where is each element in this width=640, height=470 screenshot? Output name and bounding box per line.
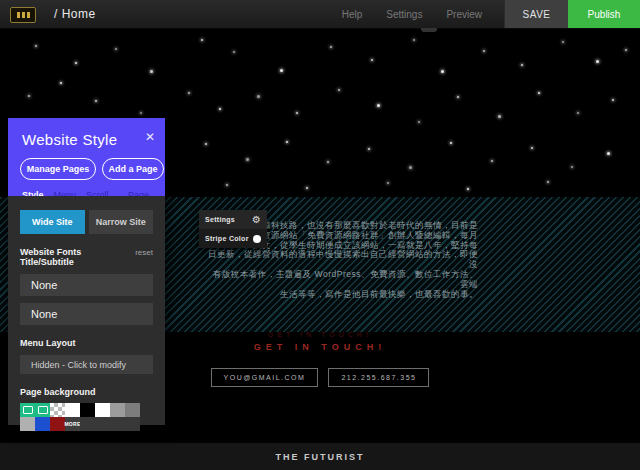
- background-swatch[interactable]: [35, 417, 50, 431]
- background-swatch[interactable]: [80, 417, 95, 431]
- title-font-select[interactable]: None: [20, 274, 153, 296]
- background-swatch[interactable]: [125, 417, 140, 431]
- gear-icon: ⚙: [252, 215, 261, 225]
- app-window: 認識科技路，也沒有那麼喜歡對於老時代的無情，目前是 資源網站「免費資源網路社群」…: [0, 0, 640, 470]
- narrow-site-button[interactable]: Narrow Site: [89, 210, 154, 234]
- paragraph-line: 日更新，從經營資料的過程中慢慢摸索出自己經營網站的方法，即便沒: [206, 250, 478, 270]
- background-swatch[interactable]: [20, 417, 35, 431]
- star-dot: [571, 166, 573, 168]
- website-style-panel: Website Style ✕ Manage Pages Add a Page …: [8, 118, 165, 425]
- topbar-handle[interactable]: [421, 28, 437, 32]
- add-page-button[interactable]: Add a Page: [102, 158, 164, 180]
- star-dot: [413, 39, 415, 41]
- context-menu-item-settings[interactable]: Settings ⚙: [199, 210, 267, 229]
- background-swatch[interactable]: [65, 403, 80, 417]
- star-dot: [306, 187, 308, 189]
- star-dot: [368, 148, 370, 150]
- star-dot: [205, 143, 207, 145]
- topbar: / Home Help Settings Preview SAVE Publis…: [0, 0, 640, 29]
- star-dot: [296, 112, 298, 114]
- page-background-swatches: MORE: [20, 403, 153, 431]
- background-swatch[interactable]: [35, 403, 50, 417]
- publish-button[interactable]: Publish: [568, 0, 640, 28]
- section-context-menu: Settings ⚙ Stripe Color: [199, 210, 267, 248]
- page-background-label: Page background: [20, 387, 96, 397]
- background-swatch[interactable]: [110, 417, 125, 431]
- star-dot: [188, 92, 190, 94]
- background-swatch[interactable]: [95, 417, 110, 431]
- star-dot: [538, 92, 540, 94]
- panel-title: Website Style: [8, 118, 165, 148]
- star-dot: [280, 69, 283, 72]
- help-menu-item[interactable]: Help: [342, 9, 363, 20]
- site-width-toggle: Wide Site Narrow Site: [20, 196, 153, 234]
- reset-link[interactable]: reset: [135, 248, 153, 257]
- star-dot: [521, 64, 523, 66]
- star-dot: [562, 41, 564, 43]
- star-dot: [483, 50, 485, 52]
- star-dot: [75, 62, 77, 64]
- settings-menu-item[interactable]: Settings: [386, 9, 422, 20]
- star-dot: [371, 59, 373, 61]
- star-dot: [28, 95, 30, 97]
- panel-header: Website Style ✕ Manage Pages Add a Page …: [8, 118, 165, 196]
- star-dot: [35, 45, 37, 47]
- star-dot: [612, 99, 614, 101]
- star-dot: [491, 160, 493, 162]
- site-title: THE FUTURIST: [276, 452, 365, 462]
- wide-site-button[interactable]: Wide Site: [20, 210, 85, 234]
- background-swatch[interactable]: [95, 403, 110, 417]
- background-swatch[interactable]: [50, 417, 65, 431]
- paragraph-line: 生活等等，寫作是他目前最快樂，也最喜歡的事。: [206, 290, 478, 300]
- menu-layout-label: Menu Layout: [20, 338, 76, 348]
- star-dot: [201, 39, 203, 41]
- close-icon[interactable]: ✕: [145, 130, 155, 144]
- paragraph-line: 有版稅本著作，主題遍及 WordPress、免費資源、數位工作方法、雲端: [206, 270, 478, 290]
- menu-layout-select[interactable]: Hidden - Click to modify: [20, 355, 153, 374]
- background-swatch[interactable]: [20, 403, 35, 417]
- star-dot: [140, 112, 142, 114]
- email-field[interactable]: YOU@GMAIL.COM: [211, 368, 319, 387]
- fonts-label: Website Fonts Title/Subtitle: [20, 247, 135, 267]
- star-dot: [150, 70, 153, 73]
- color-dot-icon: [253, 235, 261, 243]
- preview-menu-item[interactable]: Preview: [446, 9, 482, 20]
- star-dot: [257, 95, 260, 98]
- star-dot: [409, 166, 412, 169]
- star-dot: [577, 112, 579, 114]
- star-dot: [607, 152, 610, 155]
- star-dot: [246, 158, 249, 161]
- manage-pages-button[interactable]: Manage Pages: [20, 158, 96, 180]
- star-dot: [387, 182, 389, 184]
- star-dot: [219, 108, 221, 110]
- star-dot: [327, 161, 329, 163]
- transparent-swatch[interactable]: [50, 403, 65, 417]
- star-dot: [498, 115, 501, 118]
- more-swatches-button[interactable]: MORE: [65, 417, 80, 431]
- slideshow-icon: [38, 406, 48, 414]
- star-dot: [418, 121, 420, 123]
- star-dot: [95, 100, 97, 102]
- background-swatch[interactable]: [110, 403, 125, 417]
- app-logo-icon[interactable]: [10, 7, 36, 23]
- star-dot: [226, 184, 228, 186]
- phone-field[interactable]: 212.255.687.355: [328, 368, 429, 387]
- star-dot: [625, 49, 627, 51]
- save-button[interactable]: SAVE: [504, 0, 568, 28]
- star-dot: [547, 181, 549, 183]
- star-dot: [115, 48, 117, 50]
- site-footer: THE FUTURIST: [0, 443, 640, 470]
- breadcrumb[interactable]: / Home: [54, 0, 96, 28]
- background-swatch[interactable]: [125, 403, 140, 417]
- star-dot: [330, 46, 332, 48]
- star-dot: [233, 51, 235, 53]
- star-dot: [441, 70, 444, 73]
- subtitle-font-select[interactable]: None: [20, 303, 153, 325]
- star-dot: [60, 82, 62, 84]
- panel-body: Wide Site Narrow Site Website Fonts Titl…: [8, 196, 165, 425]
- star-dot: [531, 147, 533, 149]
- context-menu-item-stripe-color[interactable]: Stripe Color: [199, 229, 267, 248]
- background-swatch[interactable]: [80, 403, 95, 417]
- star-dot: [286, 141, 288, 143]
- context-menu-label: Settings: [205, 216, 235, 223]
